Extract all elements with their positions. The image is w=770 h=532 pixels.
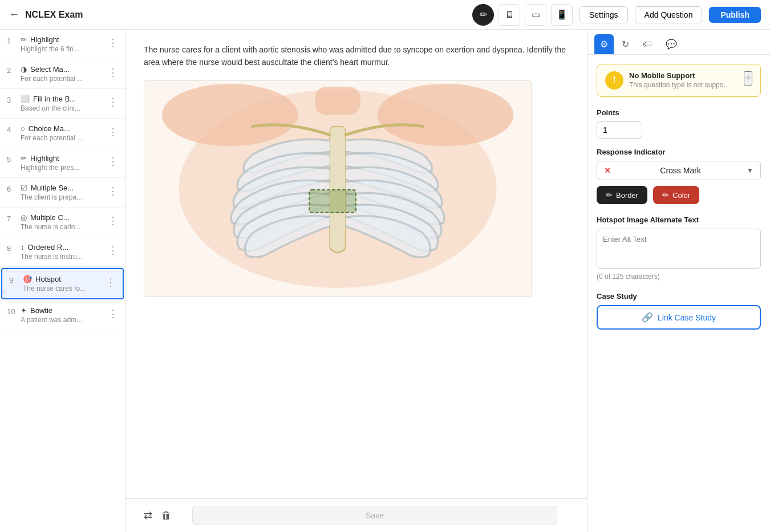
tab-refresh[interactable]: ↻ (616, 34, 635, 54)
swap-button[interactable]: ⇄ (144, 509, 152, 522)
sidebar-sub-text: Based on the clini... (21, 104, 103, 112)
sidebar-label: ✦ Bowtie (21, 306, 103, 315)
points-input[interactable] (597, 121, 642, 139)
link-icon: 🔗 (642, 312, 653, 323)
sidebar-item-10[interactable]: 10 ✦ Bowtie A patient was adm... ⋮ (0, 300, 125, 330)
sidebar-item-9[interactable]: 9 🎯 Hotspot The nurse cares fo... ⠿ ⋮ (1, 268, 124, 299)
sidebar-label: ✏ Highlight (21, 35, 103, 44)
settings-button[interactable]: Settings (579, 6, 628, 23)
sidebar-sub-text: For each potential ... (21, 75, 103, 83)
no-mobile-notice: ! No Mobile Support This question type i… (597, 64, 761, 97)
border-button[interactable]: ✏ Border (597, 186, 647, 204)
svg-point-1 (162, 84, 298, 146)
notice-warning-icon: ! (605, 71, 623, 90)
sidebar-item-1[interactable]: 1 ✏ Highlight Highlight the 6 fin... ⋮ (0, 30, 125, 59)
sidebar-type-icon: ↕ (21, 243, 25, 251)
sidebar-menu-icon[interactable]: ⋮ (108, 185, 118, 197)
color-button[interactable]: ✏ Color (653, 186, 699, 204)
sidebar-menu-icon[interactable]: ⋮ (108, 66, 118, 79)
sidebar-menu-icon[interactable]: ⋮ (108, 96, 118, 108)
monitor-icon-button[interactable]: 🖥 (499, 4, 520, 26)
sidebar-num: 10 (7, 307, 16, 316)
svg-rect-4 (330, 126, 346, 251)
sidebar-content: ◎ Multiple C... The nurse is carin... (21, 213, 103, 231)
sidebar-item-4[interactable]: 4 ○ Choice Ma... For each potential ... … (0, 119, 125, 148)
notice-sub: This question type is not suppo... (629, 81, 738, 89)
tab-settings[interactable]: ⚙ (594, 34, 614, 54)
main-layout: 1 ✏ Highlight Highlight the 6 fin... ⋮ 2… (0, 30, 770, 532)
back-button[interactable]: ← (9, 9, 19, 21)
sidebar-num: 8 (7, 244, 16, 253)
sidebar-item-7[interactable]: 7 ◎ Multiple C... The nurse is carin... … (0, 208, 125, 237)
sidebar-menu-icon[interactable]: ⋮ (108, 125, 118, 138)
sidebar-item-6[interactable]: 6 ☑ Multiple Se... The client is prepa..… (0, 178, 125, 208)
sidebar-content: ◑ Select Ma... For each potential ... (21, 65, 103, 83)
sidebar-item-2[interactable]: 2 ◑ Select Ma... For each potential ... … (0, 59, 125, 89)
sidebar-num: 6 (7, 185, 16, 193)
notice-content: No Mobile Support This question type is … (629, 71, 738, 89)
color-icon: ✏ (662, 190, 669, 200)
sidebar-num: 1 (7, 36, 16, 45)
points-section: Points (597, 108, 761, 148)
sidebar-content: ↕ Ordered R... The nurse is instru... (21, 243, 103, 261)
sidebar-label: ☑ Multiple Se... (21, 184, 103, 192)
sidebar-item-5[interactable]: 5 ✏ Highlight Highlight the pres... ⋮ (0, 148, 125, 178)
sidebar-sub-text: A patient was adm... (21, 316, 103, 324)
sidebar-item-3[interactable]: 3 ⬜ Fill in the B... Based on the clini.… (0, 89, 125, 119)
hotspot-image-container[interactable] (144, 80, 532, 297)
sidebar-sub-text: Highlight the pres... (21, 164, 103, 172)
sidebar-content: ⬜ Fill in the B... Based on the clini... (21, 95, 103, 112)
sidebar: 1 ✏ Highlight Highlight the 6 fin... ⋮ 2… (0, 30, 125, 532)
delete-button[interactable]: 🗑 (161, 510, 172, 522)
sidebar-menu-icon[interactable]: ⋮ (108, 307, 118, 320)
phone-icon-button[interactable]: 📱 (551, 4, 573, 26)
publish-button[interactable]: Publish (709, 7, 761, 23)
panel-tabs: ⚙ ↻ 🏷 💬 (587, 30, 770, 55)
pencil-icon-button[interactable]: ✏ (472, 4, 494, 26)
content-footer: ⇄ 🗑 Save (125, 498, 587, 532)
tablet-icon-button[interactable]: ▭ (525, 4, 546, 26)
link-case-study-button[interactable]: 🔗 Link Case Study (597, 305, 761, 330)
tab-tag[interactable]: 🏷 (637, 34, 658, 54)
sidebar-label: ⬜ Fill in the B... (21, 95, 103, 103)
sidebar-item-8[interactable]: 8 ↕ Ordered R... The nurse is instru... … (0, 237, 125, 267)
border-label: Border (616, 191, 638, 200)
sidebar-num: 9 (9, 276, 18, 285)
sidebar-menu-icon[interactable]: ⋮ (108, 214, 118, 227)
alt-text-count: (0 of 125 characters) (597, 273, 761, 281)
sidebar-content: ○ Choice Ma... For each potential ... (21, 124, 103, 142)
response-indicator-section: Response Indicator ✕ Cross Mark ▼ ✏ Bord… (597, 148, 761, 204)
sidebar-type-icon: ☑ (21, 184, 27, 192)
sidebar-menu-icon[interactable]: ⋮ (108, 155, 118, 168)
sidebar-type-icon: ◑ (21, 65, 27, 74)
response-indicator-dropdown[interactable]: ✕ Cross Mark ▼ (597, 161, 761, 180)
sidebar-num: 7 (7, 214, 16, 223)
color-label: Color (672, 191, 690, 200)
drag-handle[interactable]: ⠿ (1, 290, 5, 296)
navbar-left: ← NCLEX Exam (9, 9, 465, 21)
border-icon: ✏ (606, 190, 613, 200)
style-buttons: ✏ Border ✏ Color (597, 186, 761, 204)
sidebar-menu-icon[interactable]: ⋮ (108, 36, 118, 49)
sidebar-sub-text: The nurse cares fo... (23, 285, 101, 293)
sidebar-label: ↕ Ordered R... (21, 243, 103, 251)
add-question-button[interactable]: Add Question (635, 6, 703, 23)
cross-mark-label: Cross Mark (660, 166, 701, 175)
sidebar-sub-text: The client is prepa... (21, 193, 103, 201)
notice-close-button[interactable]: + (744, 71, 752, 86)
sidebar-type-icon: ◎ (21, 213, 27, 222)
tab-comment[interactable]: 💬 (660, 34, 683, 54)
sidebar-content: ☑ Multiple Se... The client is prepa... (21, 184, 103, 201)
sidebar-type-icon: ⬜ (21, 95, 30, 103)
panel-body: ! No Mobile Support This question type i… (587, 55, 770, 339)
points-label: Points (597, 108, 761, 117)
right-panel: ⚙ ↻ 🏷 💬 ! No Mobile Support This questio… (587, 30, 770, 532)
link-case-study-label: Link Case Study (658, 313, 716, 322)
alt-text-input[interactable] (597, 229, 761, 269)
sidebar-type-icon: ○ (21, 124, 25, 133)
sidebar-menu-icon[interactable]: ⋮ (108, 244, 118, 257)
svg-rect-3 (315, 87, 360, 115)
sidebar-menu-icon[interactable]: ⋮ (106, 276, 116, 289)
navbar-title: NCLEX Exam (25, 10, 83, 20)
svg-point-2 (378, 84, 514, 146)
